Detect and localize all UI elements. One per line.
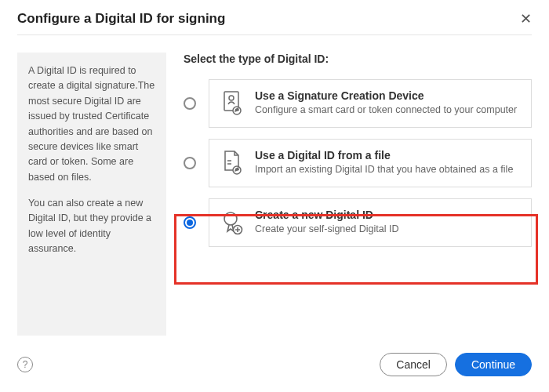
option-create-new[interactable]: Create a new Digital ID Create your self… xyxy=(184,198,532,247)
radio-from-file[interactable] xyxy=(184,157,196,169)
digital-id-dialog: Configure a Digital ID for signing ✕ A D… xyxy=(0,0,549,392)
option-title: Create a new Digital ID xyxy=(255,209,520,221)
option-desc: Create your self-signed Digital ID xyxy=(255,223,520,237)
card-create-new[interactable]: Create a new Digital ID Create your self… xyxy=(209,198,532,247)
card-texts: Create a new Digital ID Create your self… xyxy=(255,209,520,237)
radio-create-new[interactable] xyxy=(184,216,196,229)
option-title: Use a Signature Creation Device xyxy=(255,89,520,102)
option-desc: Configure a smart card or token connecte… xyxy=(255,103,520,118)
dialog-header: Configure a Digital ID for signing ✕ xyxy=(0,0,549,34)
dialog-footer: ? Cancel Continue xyxy=(0,353,549,392)
signature-device-icon xyxy=(220,89,244,118)
radio-signature-device[interactable] xyxy=(184,97,196,110)
card-texts: Use a Signature Creation Device Configur… xyxy=(255,89,520,118)
new-id-icon xyxy=(220,209,244,237)
cancel-button[interactable]: Cancel xyxy=(380,353,447,376)
option-signature-device[interactable]: Use a Signature Creation Device Configur… xyxy=(184,79,532,128)
main-panel: Select the type of Digital ID: xyxy=(184,53,532,336)
prompt-label: Select the type of Digital ID: xyxy=(184,53,532,65)
info-sidebar: A Digital ID is required to create a dig… xyxy=(17,53,166,336)
sidebar-paragraph-2: You can also create a new Digital ID, bu… xyxy=(28,196,155,257)
svg-point-1 xyxy=(229,96,234,100)
sidebar-paragraph-1: A Digital ID is required to create a dig… xyxy=(28,64,155,185)
option-list: Use a Signature Creation Device Configur… xyxy=(184,79,532,247)
dialog-body: A Digital ID is required to create a dig… xyxy=(0,35,549,353)
dialog-title: Configure a Digital ID for signing xyxy=(17,11,225,27)
continue-button[interactable]: Continue xyxy=(455,353,532,376)
card-texts: Use a Digital ID from a file Import an e… xyxy=(255,149,520,177)
close-icon[interactable]: ✕ xyxy=(520,12,532,26)
option-title: Use a Digital ID from a file xyxy=(255,149,520,162)
svg-point-4 xyxy=(224,212,237,225)
help-icon[interactable]: ? xyxy=(17,357,33,372)
card-signature-device[interactable]: Use a Signature Creation Device Configur… xyxy=(209,79,532,128)
option-from-file[interactable]: Use a Digital ID from a file Import an e… xyxy=(184,139,532,187)
card-from-file[interactable]: Use a Digital ID from a file Import an e… xyxy=(209,139,532,187)
file-id-icon xyxy=(220,149,244,177)
option-desc: Import an existing Digital ID that you h… xyxy=(255,163,520,177)
